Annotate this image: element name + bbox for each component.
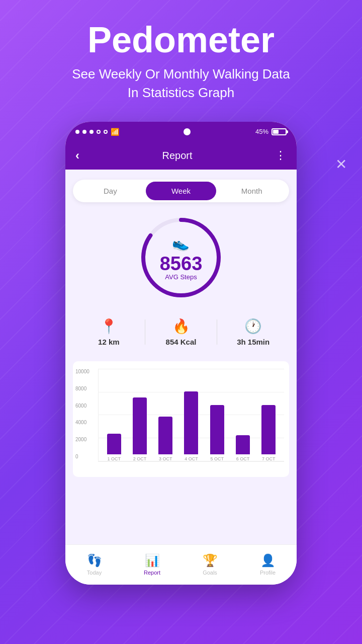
- signal-indicators: 📶: [75, 128, 119, 136]
- bar-label: 7 OCT: [262, 456, 276, 461]
- close-button[interactable]: ✕: [335, 156, 347, 173]
- bar-item: 4 OCT: [178, 391, 204, 461]
- y-label-4: 2000: [75, 437, 89, 442]
- bar-label: 1 OCT: [107, 456, 121, 461]
- chart-bars: 1 OCT2 OCT3 OCT4 OCT5 OCT6 OCT7 OCT: [99, 369, 284, 461]
- bar-label: 5 OCT: [211, 456, 224, 461]
- distance-icon: 📍: [73, 318, 145, 335]
- time-icon: 🕐: [217, 318, 289, 335]
- battery-indicator: 45%: [255, 128, 287, 135]
- bar-chart: 10000 8000 6000 4000 2000 0 1 OCT2: [73, 361, 289, 477]
- status-bar: 📶 45%: [65, 122, 297, 142]
- phone-mockup: 📶 45% ‹ Report ⋮ Day Week Month: [65, 122, 297, 585]
- y-label-0: 10000: [75, 369, 89, 374]
- battery-fill: [273, 130, 279, 134]
- bar-label: 3 OCT: [159, 456, 172, 461]
- nav-goals[interactable]: 🏆 Goals: [181, 553, 239, 576]
- bar: [107, 434, 121, 454]
- steps-circle-container: 👟 8563 AVG Steps: [73, 212, 289, 303]
- bar: [236, 435, 250, 454]
- chart-area: 1 OCT2 OCT3 OCT4 OCT5 OCT6 OCT7 OCT: [98, 369, 284, 462]
- time-value: 3h 15min: [217, 338, 289, 346]
- phone-frame: 📶 45% ‹ Report ⋮ Day Week Month: [65, 122, 297, 585]
- back-button[interactable]: ‹: [75, 148, 79, 163]
- distance-value: 12 km: [73, 338, 145, 346]
- report-label: Report: [144, 570, 160, 576]
- signal-dot-1: [75, 130, 79, 134]
- signal-dot-5: [104, 130, 108, 134]
- goals-icon: 🏆: [203, 553, 218, 568]
- steps-label: AVG Steps: [160, 273, 203, 280]
- more-menu-button[interactable]: ⋮: [275, 149, 287, 162]
- header-title: Report: [162, 150, 192, 162]
- bar-label: 4 OCT: [185, 456, 198, 461]
- app-content: Day Week Month 👟 8563 AVG Steps: [65, 170, 297, 544]
- y-label-3: 4000: [75, 420, 89, 425]
- bar-item: 5 OCT: [204, 405, 230, 461]
- stat-calories: 🔥 854 Kcal: [145, 318, 217, 346]
- stat-distance: 📍 12 km: [73, 318, 145, 346]
- calories-value: 854 Kcal: [145, 338, 217, 346]
- signal-dot-3: [89, 130, 94, 134]
- wifi-icon: 📶: [111, 128, 119, 136]
- bar: [133, 397, 147, 454]
- stat-time: 🕐 3h 15min: [217, 318, 289, 346]
- steps-inner: 👟 8563 AVG Steps: [160, 234, 203, 280]
- bar: [184, 391, 198, 454]
- footprint-icon: 👟: [160, 234, 203, 251]
- tab-selector: Day Week Month: [73, 180, 289, 202]
- bar: [158, 417, 172, 454]
- bar-item: 6 OCT: [230, 435, 255, 461]
- goals-label: Goals: [203, 570, 217, 576]
- y-label-1: 8000: [75, 386, 89, 391]
- signal-dot-4: [97, 130, 101, 134]
- stats-row: 📍 12 km 🔥 854 Kcal 🕐 3h 15min: [73, 313, 289, 351]
- steps-circle: 👟 8563 AVG Steps: [136, 212, 226, 303]
- battery-percent: 45%: [255, 128, 268, 135]
- steps-count: 8563: [160, 254, 203, 273]
- y-label-5: 0: [75, 454, 89, 459]
- bar-item: 3 OCT: [153, 417, 178, 461]
- bar: [210, 405, 224, 454]
- report-icon: 📊: [145, 553, 160, 568]
- bar-item: 2 OCT: [127, 397, 152, 461]
- app-header: ‹ Report ⋮: [65, 142, 297, 170]
- today-label: Today: [87, 570, 102, 576]
- battery-bar: [272, 128, 287, 135]
- bar-label: 2 OCT: [133, 456, 147, 461]
- calories-icon: 🔥: [145, 318, 217, 335]
- hero-section: Pedometer See Weekly Or Monthly Walking …: [0, 0, 362, 112]
- hero-subtitle: See Weekly Or Monthly Walking DataIn Sta…: [10, 65, 352, 102]
- bar-item: 7 OCT: [256, 405, 282, 461]
- tab-month[interactable]: Month: [216, 182, 287, 200]
- bar: [261, 405, 276, 454]
- status-center-dot: [184, 128, 191, 135]
- profile-label: Profile: [260, 570, 276, 576]
- nav-today[interactable]: 👣 Today: [65, 553, 123, 576]
- tab-day[interactable]: Day: [75, 182, 146, 200]
- hero-title: Pedometer: [10, 20, 352, 60]
- bar-label: 6 OCT: [236, 456, 250, 461]
- y-label-2: 6000: [75, 403, 89, 409]
- chart-y-labels: 10000 8000 6000 4000 2000 0: [75, 369, 89, 459]
- bar-item: 1 OCT: [101, 434, 127, 461]
- signal-dot-2: [82, 130, 86, 134]
- today-icon: 👣: [87, 553, 102, 568]
- nav-profile[interactable]: 👤 Profile: [239, 553, 297, 576]
- nav-report[interactable]: 📊 Report: [123, 553, 181, 576]
- profile-icon: 👤: [260, 553, 276, 568]
- tab-week[interactable]: Week: [146, 182, 217, 200]
- bottom-nav: 👣 Today 📊 Report 🏆 Goals 👤 Profile: [65, 544, 297, 585]
